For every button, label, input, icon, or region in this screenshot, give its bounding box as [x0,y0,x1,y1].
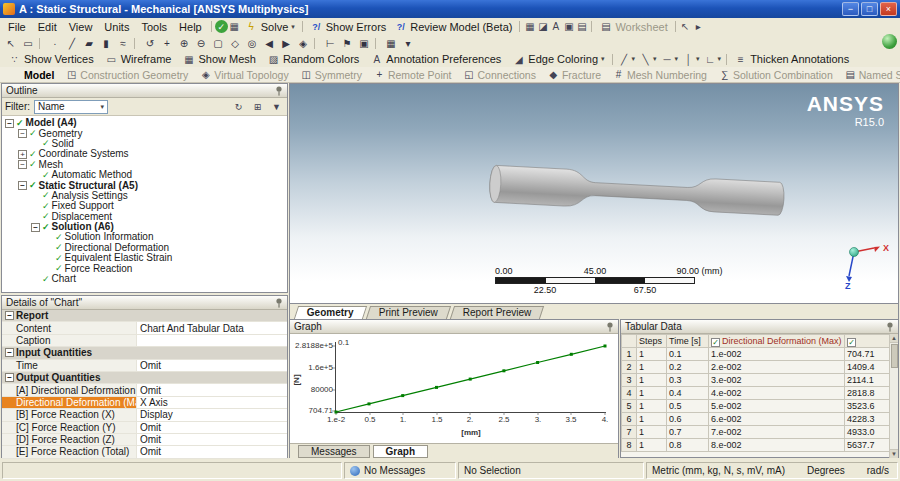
deformation-column-header[interactable]: ✓Directional Deformation (Max) [mm] [709,335,845,348]
tree-expander-icon[interactable] [31,202,40,211]
menu-item[interactable]: Tools [135,20,173,34]
orientation-triad[interactable]: X Z [838,232,890,290]
section-expander-icon[interactable]: − [5,348,14,357]
tab-graph[interactable]: Graph [373,445,428,458]
tree-item[interactable]: + ✓ Coordinate Systems [2,149,287,159]
annotation-preferences-button[interactable]: A Annotation Preferences [366,52,508,67]
wireframe-button[interactable]: ▭ Wireframe [101,52,179,67]
section-expander-icon[interactable]: − [5,373,14,382]
details-row[interactable]: − Input Quantities [2,347,287,359]
tab-messages[interactable]: Messages [298,445,370,458]
tree-expander-icon[interactable] [31,139,40,148]
section-plane-icon[interactable]: ▦ [523,20,536,33]
edge-quality-icon[interactable]: ∟ ▾ [702,52,724,67]
tree-expander-icon[interactable] [44,254,53,263]
table-row[interactable]: 5 1 0.5 5.e-002 3523.6 [622,400,892,413]
details-row[interactable]: Directional Deformation (Max) X Axis [2,397,287,409]
force-cell[interactable]: 704.71 [845,348,892,361]
steps-cell[interactable]: 1 [637,348,667,361]
details-row[interactable]: [D] Force Reaction (Z) Omit [2,434,287,446]
details-row[interactable]: Content Chart And Tabular Data [2,322,287,334]
tree-expander-icon[interactable] [31,212,40,221]
details-row-value[interactable]: Display [137,409,287,420]
context-virtual-topology[interactable]: ◈ Virtual Topology [194,68,294,81]
details-row-value[interactable]: Chart And Tabular Data [137,322,287,333]
deformation-cell[interactable]: 6.e-002 [709,413,845,426]
tree-item[interactable]: − ✓ Model (A4) [2,118,287,128]
details-row[interactable]: − Output Quantities [2,372,287,384]
refresh-icon[interactable]: ↻ [231,100,246,114]
box-zoom-icon[interactable]: ▢ [210,36,226,50]
ruler-icon[interactable]: ⊢ [322,36,338,50]
details-row-value[interactable]: Omit [137,384,287,395]
section-expander-icon[interactable]: − [5,311,14,320]
snapshot-icon[interactable]: ▣ [356,36,372,50]
view-options-icon[interactable]: ▾ [400,36,416,50]
context-connections[interactable]: ◱ Connections [458,68,542,81]
pin-icon[interactable] [275,298,283,308]
tree-item[interactable]: ✓ Solution Information [2,232,287,242]
specimen-model[interactable] [484,154,797,234]
iso-view-icon[interactable]: ◈ [295,36,311,50]
review-model-button[interactable]: ?/ Review Model (Beta) [390,19,516,34]
scroll-down-icon[interactable]: ▼ [890,449,898,458]
force-column-header[interactable]: ✓ [845,335,892,348]
time-cell[interactable]: 0.3 [667,374,709,387]
tree-item[interactable]: ✓ Chart [2,274,287,284]
scrollbar-vertical[interactable]: ▲ ▼ [889,334,898,458]
worksheet-button[interactable]: ▤ Worksheet [595,19,671,34]
tree-expander-icon[interactable]: − [18,160,27,169]
extend-selection-icon[interactable]: ≈ [115,36,131,50]
tree-item[interactable]: − ✓ Solution (A6) [2,222,287,232]
status-messages[interactable]: No Messages [344,462,456,479]
force-cell[interactable]: 5637.7 [845,439,892,452]
scroll-up-icon[interactable]: ▲ [890,334,898,343]
steps-cell[interactable]: 1 [637,374,667,387]
zoom-out-icon[interactable]: ⊖ [193,36,209,50]
tree-expander-icon[interactable]: − [5,119,14,128]
time-cell[interactable]: 0.8 [667,439,709,452]
time-cell[interactable]: 0.6 [667,413,709,426]
tab-report-preview[interactable]: Report Preview [449,306,544,319]
context-construction-geometry[interactable]: ◳ Construction Geometry [60,68,194,81]
pan-icon[interactable]: + [159,36,175,50]
time-column-header[interactable]: Time [s] [667,335,709,348]
zoom-fit-icon[interactable]: ◇ [227,36,243,50]
section-expander-icon[interactable] [5,398,14,407]
tree-item[interactable]: ✓ Equivalent Elastic Strain [2,253,287,263]
tree-item[interactable]: ✓ Force Reaction [2,263,287,273]
pin-icon[interactable] [886,322,894,332]
magnifier-icon[interactable]: ◎ [244,36,260,50]
steps-cell[interactable]: 1 [637,426,667,439]
pin-icon[interactable] [275,86,283,96]
force-cell[interactable]: 2114.1 [845,374,892,387]
tree-expander-icon[interactable] [31,171,40,180]
section-expander-icon[interactable] [5,410,14,419]
table-row[interactable]: 8 1 0.8 8.e-002 5637.7 [622,439,892,452]
minimize-button[interactable]: − [842,2,859,16]
details-row[interactable]: [E] Force Reaction (Total) Omit [2,446,287,458]
tree-expander-icon[interactable]: − [18,181,27,190]
edge-direction-icon[interactable]: ╱ ▾ [616,52,638,67]
steps-cell[interactable]: 1 [637,439,667,452]
tab-print-preview[interactable]: Print Preview [366,306,451,319]
thicken-annotations-button[interactable]: ≡ Thicken Annotations [730,52,853,67]
menu-item[interactable]: View [63,20,99,34]
tree-expander-icon[interactable]: + [18,150,27,159]
update-status-icon[interactable]: ✓ [215,20,228,33]
checkbox-icon[interactable]: ✓ [847,338,856,347]
section-expander-icon[interactable] [5,386,14,395]
tree-item[interactable]: ✓ Solid [2,139,287,149]
section-expander-icon[interactable] [5,435,14,444]
tree-item[interactable]: ✓ Automatic Method [2,170,287,180]
show-mesh-button[interactable]: ▦ Show Mesh [178,52,262,67]
checkbox-icon[interactable]: ✓ [711,338,720,347]
steps-column-header[interactable]: Steps [637,335,667,348]
pin-icon[interactable] [606,322,614,332]
image-icon[interactable]: ▣ [562,20,575,33]
tree-item[interactable]: − ✓ Geometry [2,128,287,138]
rotate-icon[interactable]: ↺ [142,36,158,50]
deformation-cell[interactable]: 8.e-002 [709,439,845,452]
tree-item[interactable]: ✓ Fixed Support [2,201,287,211]
time-cell[interactable]: 0.7 [667,426,709,439]
